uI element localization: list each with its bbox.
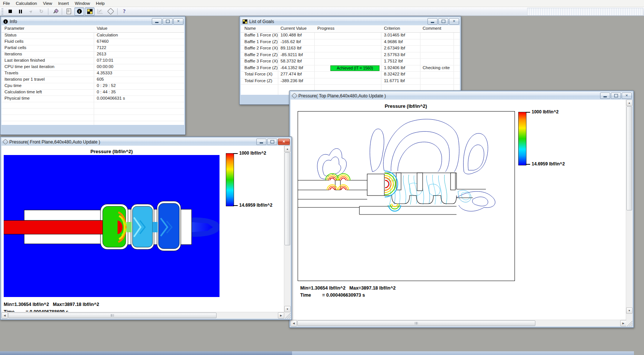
pressure-colorbar: [226, 153, 234, 206]
table-row: Partial cells7122: [1, 45, 184, 52]
goals-button[interactable]: [85, 7, 94, 16]
color-prism-icon: [107, 8, 114, 14]
pressure-top-titlebar[interactable]: Pressure( Top Plane,640x480,Auto Update …: [291, 92, 632, 100]
goal-plot-chart-icon: [97, 9, 103, 14]
application-window: File Calculation View Insert Window Help…: [0, 0, 644, 355]
pressure-colorbar: [518, 112, 526, 165]
plot-title: Pressure (lbf/in^2): [298, 103, 514, 109]
menu-window[interactable]: Window: [72, 0, 93, 6]
cut-plot-icon: [292, 93, 298, 99]
toolbar-grip[interactable]: [1, 8, 3, 15]
solve-arrow-icon: ➤: [28, 8, 34, 14]
goal-row: Baffle 1 Force (Z)-165.62 lbf4.9686 lbf: [241, 39, 460, 46]
maximize-button[interactable]: [267, 139, 277, 145]
column-header-progress: Progress: [317, 26, 334, 30]
log-button[interactable]: [64, 7, 74, 16]
scroll-left-button[interactable]: ◀: [1, 312, 8, 319]
goal-plot-button[interactable]: [95, 7, 105, 16]
info-window-icon: i: [3, 19, 8, 24]
goal-achieved-badge: Achieved (IT = 1560): [330, 65, 379, 71]
menu-bar: File Calculation View Insert Window Help: [0, 0, 644, 7]
stop-button[interactable]: [5, 7, 15, 16]
scrollbar-thumb[interactable]: [8, 313, 217, 318]
pause-button[interactable]: [16, 7, 25, 16]
pin-button[interactable]: [50, 7, 60, 16]
minmax-readout: Min=1.30654 lbf/in^2 Max=3897.18 lbf/in^…: [300, 285, 395, 291]
toolbar-separator: [117, 8, 118, 15]
refresh-button[interactable]: ↻: [36, 7, 46, 16]
scroll-down-button[interactable]: ▼: [284, 306, 291, 312]
goal-row: Baffle 1 Force (X)100.488 lbf3.01465 lbf: [241, 32, 460, 39]
scroll-left-button[interactable]: ◀: [291, 320, 297, 326]
scroll-right-button[interactable]: ▶: [278, 312, 284, 319]
resize-grip[interactable]: [284, 312, 291, 319]
goals-window-titlebar[interactable]: List of Goals ✕: [241, 17, 460, 25]
help-button[interactable]: ?: [119, 7, 129, 16]
scroll-right-button[interactable]: ▶: [620, 320, 627, 326]
column-header-name: Name: [244, 26, 256, 30]
vertical-scrollbar[interactable]: ▲ ▼: [626, 100, 632, 320]
table-row: [1, 102, 184, 109]
goals-window-title: List of Goals: [249, 19, 427, 24]
scroll-up-button[interactable]: ▲: [284, 146, 291, 152]
window-bottom-edge: [292, 351, 634, 355]
maximize-button[interactable]: [438, 18, 448, 25]
maximize-button[interactable]: [611, 93, 621, 99]
table-row: Physical time0.000406631 s: [1, 96, 184, 102]
vertical-scrollbar[interactable]: ▲ ▼: [284, 146, 291, 312]
close-button[interactable]: ✕: [173, 18, 183, 25]
checkered-flag-icon: [87, 9, 93, 14]
goals-table: Name Current Value Progress Criterion Co…: [241, 25, 460, 95]
minmax-readout: Min=1.30654 lbf/in^2 Max=3897.18 lbf/in^…: [4, 302, 99, 307]
scroll-up-button[interactable]: ▲: [626, 100, 632, 106]
pressure-front-client: Pressure (lbf/in^2): [1, 146, 291, 319]
minimize-button[interactable]: [427, 18, 438, 25]
menu-help[interactable]: Help: [93, 0, 108, 6]
pressure-top-title: Pressure( Top Plane,640x480,Auto Update …: [298, 93, 600, 99]
pressure-top-plane-window: Pressure( Top Plane,640x480,Auto Update …: [289, 90, 634, 328]
close-button[interactable]: ✕: [278, 139, 290, 145]
info-window-titlebar[interactable]: i Info ✕: [1, 17, 184, 25]
scrollbar-thumb[interactable]: [297, 320, 535, 326]
scale-max-label: 1000 lbf/in^2: [532, 109, 558, 114]
info-table-header: Parameter Value: [1, 25, 184, 33]
table-row: CPU time per last iteration00:00:00: [1, 64, 184, 71]
close-button[interactable]: ✕: [449, 18, 459, 25]
minimize-button[interactable]: [256, 139, 266, 145]
horizontal-scrollbar[interactable]: ◀ ▶: [291, 320, 627, 326]
menu-calculation[interactable]: Calculation: [13, 0, 40, 6]
menu-file[interactable]: File: [0, 0, 13, 6]
scrollbar-thumb[interactable]: [627, 106, 632, 210]
table-row: StatusCalculation: [1, 32, 184, 39]
goal-row: Baffle 2 Force (X)89.1163 lbf2.67349 lbf: [241, 45, 460, 52]
goal-row: Total Force (X)277.474 lbf8.32422 lbf: [241, 71, 460, 78]
column-header-current-value: Current Value: [281, 26, 307, 30]
menu-view[interactable]: View: [40, 0, 55, 6]
solve-button[interactable]: ➤: [26, 7, 36, 16]
table-row: [1, 108, 184, 115]
goal-row: Baffle 2 Force (Z)-85.9211 lbf2.57763 lb…: [241, 52, 460, 59]
info-window-title: Info: [10, 19, 152, 24]
help-question-icon: ?: [123, 9, 126, 14]
resize-grip[interactable]: [626, 320, 632, 326]
table-row: Calculation time left0 : 44 : 35: [1, 89, 184, 96]
plot-title: Pressure (lbf/in^2): [4, 149, 220, 154]
preview-button[interactable]: [106, 7, 115, 16]
time-readout: Time= 0.000406630973 s: [300, 293, 365, 298]
log-document-icon: [67, 9, 71, 14]
goal-row: Total Force (Z)-389.236 lbf11.6771 lbf: [241, 78, 460, 85]
info-window: i Info ✕ Parameter Value StatusCalculati…: [0, 16, 186, 135]
minimize-button[interactable]: [600, 93, 610, 99]
maximize-button[interactable]: [163, 18, 173, 25]
menu-insert[interactable]: Insert: [55, 0, 72, 6]
minimize-button[interactable]: [152, 18, 162, 25]
close-button[interactable]: ✕: [622, 93, 632, 99]
scrollbar-thumb[interactable]: [285, 152, 290, 245]
horizontal-scrollbar[interactable]: ◀ ▶: [1, 312, 284, 319]
scale-min-label: 14.6959 lbf/in^2: [239, 203, 272, 208]
pressure-front-titlebar[interactable]: Pressure( Front Plane,640x480,Auto Updat…: [1, 138, 291, 146]
info-table: Parameter Value StatusCalculation Fluid …: [1, 25, 184, 125]
scroll-down-button[interactable]: ▼: [626, 307, 632, 314]
info-button[interactable]: i: [74, 7, 84, 16]
column-header-criterion: Criterion: [384, 26, 400, 30]
